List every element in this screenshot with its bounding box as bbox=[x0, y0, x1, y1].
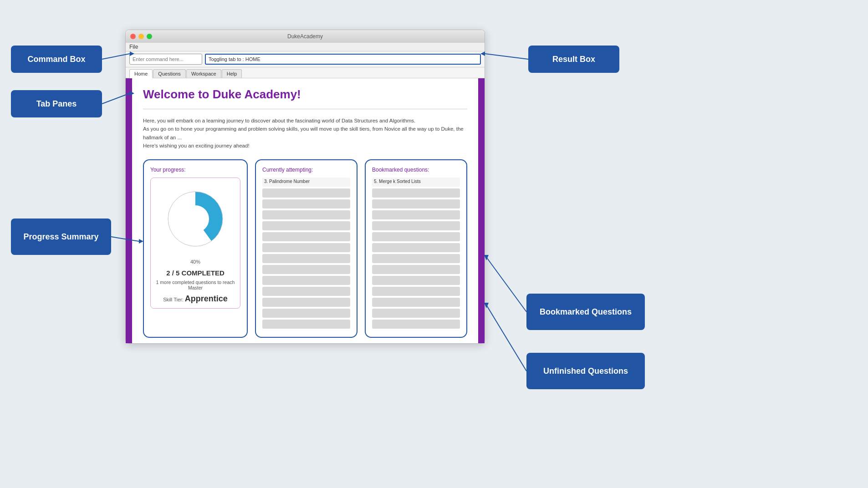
list-item[interactable]: 5. Merge k Sorted Lists bbox=[372, 178, 460, 187]
list-item bbox=[372, 287, 460, 296]
svg-point-2 bbox=[182, 205, 209, 233]
window-title: DukeAcademy bbox=[287, 33, 323, 40]
list-item bbox=[262, 276, 350, 285]
list-item bbox=[262, 232, 350, 241]
maximize-button[interactable] bbox=[147, 34, 152, 39]
bookmarked-questions-annotation: Bookmarked Questions bbox=[526, 294, 645, 330]
list-item bbox=[372, 276, 460, 285]
list-item bbox=[372, 309, 460, 318]
list-item bbox=[262, 298, 350, 307]
traffic-lights bbox=[130, 34, 152, 39]
toolbar bbox=[126, 51, 485, 67]
cards-row: Your progress: bbox=[143, 159, 467, 338]
pie-svg bbox=[159, 183, 232, 255]
skill-tier: Skill Tier: Apprentice bbox=[155, 294, 235, 304]
completed-text: 2 / 5 COMPLETED bbox=[155, 269, 235, 277]
list-item bbox=[372, 298, 460, 307]
command-box-annotation: Command Box bbox=[11, 46, 102, 73]
menu-bar: File bbox=[126, 43, 485, 51]
list-item bbox=[262, 188, 350, 198]
page-content: Welcome to Duke Academy! Here, you will … bbox=[132, 78, 478, 343]
list-item bbox=[262, 199, 350, 208]
pie-chart bbox=[159, 183, 232, 255]
result-box-annotation: Result Box bbox=[528, 46, 619, 73]
pie-percent: 40% bbox=[155, 259, 235, 264]
tab-help[interactable]: Help bbox=[222, 69, 242, 78]
intro-line-1: Here, you will embark on a learning jour… bbox=[143, 117, 467, 125]
list-item bbox=[372, 188, 460, 198]
skill-tier-value: Apprentice bbox=[185, 294, 228, 303]
left-accent bbox=[126, 78, 132, 343]
skill-tier-label: Skill Tier: bbox=[163, 297, 184, 302]
list-item bbox=[262, 320, 350, 329]
result-input[interactable] bbox=[205, 54, 481, 65]
progress-inner-card: 40% 2 / 5 COMPLETED 1 more completed que… bbox=[150, 178, 240, 309]
command-input[interactable] bbox=[129, 54, 202, 65]
attempting-card-label: Currently attempting: bbox=[262, 167, 350, 173]
intro-line-3: Here's wishing you an exciting journey a… bbox=[143, 142, 467, 150]
right-accent bbox=[478, 78, 485, 343]
progress-card: Your progress: bbox=[143, 159, 248, 338]
list-item bbox=[372, 199, 460, 208]
progress-summary-annotation: Progress Summary bbox=[11, 219, 111, 255]
tabs-bar: Home Questions Workspace Help bbox=[126, 67, 485, 78]
close-button[interactable] bbox=[130, 34, 136, 39]
tab-questions[interactable]: Questions bbox=[153, 69, 186, 78]
list-item bbox=[262, 287, 350, 296]
svg-line-11 bbox=[486, 257, 526, 312]
tab-home[interactable]: Home bbox=[129, 69, 153, 78]
list-item bbox=[372, 210, 460, 219]
app-window: DukeAcademy File Home Questions Workspac… bbox=[125, 30, 485, 344]
tab-workspace[interactable]: Workspace bbox=[186, 69, 221, 78]
minimize-button[interactable] bbox=[138, 34, 144, 39]
tab-panes-annotation: Tab Panes bbox=[11, 90, 102, 117]
svg-line-5 bbox=[485, 54, 528, 59]
list-item bbox=[372, 243, 460, 252]
bookmarked-card-label: Bookmarked questions: bbox=[372, 167, 460, 173]
divider bbox=[143, 109, 467, 109]
welcome-title: Welcome to Duke Academy! bbox=[143, 87, 467, 102]
sub-text: 1 more completed questions to reach Mast… bbox=[155, 280, 235, 290]
unfinished-questions-annotation: Unfinished Questions bbox=[526, 353, 645, 389]
list-item bbox=[262, 210, 350, 219]
list-item bbox=[372, 254, 460, 263]
intro-line-2: As you go on to hone your programming an… bbox=[143, 125, 467, 142]
list-item bbox=[262, 254, 350, 263]
list-item bbox=[262, 309, 350, 318]
progress-card-label: Your progress: bbox=[150, 167, 240, 173]
title-bar: DukeAcademy bbox=[126, 30, 485, 43]
list-item bbox=[262, 265, 350, 274]
list-item bbox=[372, 265, 460, 274]
list-item bbox=[372, 221, 460, 230]
attempting-card: Currently attempting: 3. Palindrome Numb… bbox=[255, 159, 357, 338]
content-area: Welcome to Duke Academy! Here, you will … bbox=[126, 78, 485, 343]
list-item bbox=[372, 232, 460, 241]
svg-line-13 bbox=[486, 305, 526, 371]
list-item bbox=[262, 243, 350, 252]
list-item[interactable]: 3. Palindrome Number bbox=[262, 178, 350, 187]
intro-text: Here, you will embark on a learning jour… bbox=[143, 117, 467, 150]
file-menu[interactable]: File bbox=[129, 44, 138, 50]
list-item bbox=[262, 221, 350, 230]
bookmarked-card: Bookmarked questions: 5. Merge k Sorted … bbox=[365, 159, 467, 338]
list-item bbox=[372, 320, 460, 329]
